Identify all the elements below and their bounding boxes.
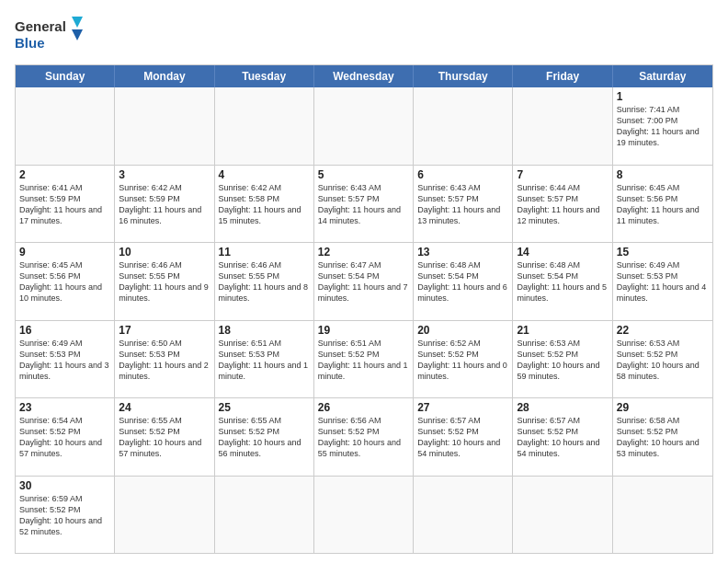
- day-number: 15: [617, 246, 709, 259]
- calendar-day-15: 15Sunrise: 6:49 AM Sunset: 5:53 PM Dayli…: [613, 243, 712, 320]
- day-info: Sunrise: 6:56 AM Sunset: 5:52 PM Dayligh…: [318, 415, 409, 460]
- day-info: Sunrise: 6:41 AM Sunset: 5:59 PM Dayligh…: [19, 182, 110, 227]
- svg-text:General: General: [15, 18, 66, 34]
- calendar-day-26: 26Sunrise: 6:56 AM Sunset: 5:52 PM Dayli…: [314, 398, 414, 476]
- calendar-day-3: 3Sunrise: 6:42 AM Sunset: 5:59 PM Daylig…: [115, 166, 214, 243]
- day-number: 16: [19, 324, 110, 337]
- day-of-week-wednesday: Wednesday: [314, 65, 414, 87]
- day-info: Sunrise: 6:55 AM Sunset: 5:52 PM Dayligh…: [219, 415, 310, 460]
- day-info: Sunrise: 6:44 AM Sunset: 5:57 PM Dayligh…: [517, 182, 608, 227]
- day-info: Sunrise: 6:43 AM Sunset: 5:57 PM Dayligh…: [417, 182, 508, 227]
- calendar-day-20: 20Sunrise: 6:52 AM Sunset: 5:52 PM Dayli…: [414, 321, 513, 398]
- day-info: Sunrise: 6:57 AM Sunset: 5:52 PM Dayligh…: [417, 415, 508, 460]
- day-number: 30: [19, 479, 110, 492]
- day-info: Sunrise: 6:57 AM Sunset: 5:52 PM Dayligh…: [517, 415, 608, 460]
- general-blue-logo: GeneralBlue: [15, 15, 88, 55]
- calendar-day-21: 21Sunrise: 6:53 AM Sunset: 5:52 PM Dayli…: [513, 321, 612, 398]
- page: GeneralBlue SundayMondayTuesdayWednesday…: [0, 0, 728, 563]
- calendar-day-9: 9Sunrise: 6:45 AM Sunset: 5:56 PM Daylig…: [16, 243, 115, 320]
- calendar-day-24: 24Sunrise: 6:55 AM Sunset: 5:52 PM Dayli…: [115, 398, 214, 476]
- calendar-day-6: 6Sunrise: 6:43 AM Sunset: 5:57 PM Daylig…: [414, 166, 513, 243]
- day-of-week-tuesday: Tuesday: [215, 65, 314, 87]
- day-number: 11: [219, 246, 310, 259]
- svg-marker-2: [72, 17, 83, 28]
- day-number: 17: [119, 324, 210, 337]
- calendar-day-23: 23Sunrise: 6:54 AM Sunset: 5:52 PM Dayli…: [16, 398, 115, 476]
- day-number: 20: [417, 324, 508, 337]
- calendar-day-18: 18Sunrise: 6:51 AM Sunset: 5:53 PM Dayli…: [215, 321, 314, 398]
- day-info: Sunrise: 6:48 AM Sunset: 5:54 PM Dayligh…: [517, 259, 608, 304]
- calendar-day-22: 22Sunrise: 6:53 AM Sunset: 5:52 PM Dayli…: [613, 321, 712, 398]
- calendar-day-empty: [115, 477, 214, 554]
- day-number: 6: [417, 168, 508, 181]
- calendar-row-1: 2Sunrise: 6:41 AM Sunset: 5:59 PM Daylig…: [16, 165, 712, 243]
- calendar-row-0: 1Sunrise: 7:41 AM Sunset: 7:00 PM Daylig…: [16, 87, 712, 165]
- calendar-day-11: 11Sunrise: 6:46 AM Sunset: 5:55 PM Dayli…: [215, 243, 314, 320]
- calendar-day-17: 17Sunrise: 6:50 AM Sunset: 5:53 PM Dayli…: [115, 321, 214, 398]
- day-number: 18: [219, 324, 310, 337]
- calendar-day-12: 12Sunrise: 6:47 AM Sunset: 5:54 PM Dayli…: [314, 243, 414, 320]
- day-number: 10: [119, 246, 210, 259]
- day-info: Sunrise: 6:58 AM Sunset: 5:52 PM Dayligh…: [617, 415, 709, 460]
- calendar-row-2: 9Sunrise: 6:45 AM Sunset: 5:56 PM Daylig…: [16, 242, 712, 320]
- day-number: 25: [219, 401, 310, 414]
- day-number: 12: [318, 246, 409, 259]
- day-of-week-sunday: Sunday: [16, 65, 115, 87]
- day-number: 23: [19, 401, 110, 414]
- calendar-day-empty: [314, 87, 414, 165]
- day-info: Sunrise: 6:52 AM Sunset: 5:52 PM Dayligh…: [417, 338, 508, 383]
- calendar-day-empty: [513, 477, 612, 554]
- day-info: Sunrise: 6:45 AM Sunset: 5:56 PM Dayligh…: [19, 259, 110, 304]
- calendar-day-2: 2Sunrise: 6:41 AM Sunset: 5:59 PM Daylig…: [16, 166, 115, 243]
- calendar-row-3: 16Sunrise: 6:49 AM Sunset: 5:53 PM Dayli…: [16, 320, 712, 398]
- day-info: Sunrise: 6:46 AM Sunset: 5:55 PM Dayligh…: [219, 259, 310, 304]
- day-info: Sunrise: 6:53 AM Sunset: 5:52 PM Dayligh…: [617, 338, 709, 383]
- calendar-day-14: 14Sunrise: 6:48 AM Sunset: 5:54 PM Dayli…: [513, 243, 612, 320]
- day-info: Sunrise: 6:46 AM Sunset: 5:55 PM Dayligh…: [119, 259, 210, 304]
- day-info: Sunrise: 7:41 AM Sunset: 7:00 PM Dayligh…: [617, 104, 709, 149]
- calendar-day-4: 4Sunrise: 6:42 AM Sunset: 5:58 PM Daylig…: [215, 166, 314, 243]
- day-number: 5: [318, 168, 409, 181]
- day-of-week-monday: Monday: [115, 65, 214, 87]
- day-info: Sunrise: 6:48 AM Sunset: 5:54 PM Dayligh…: [417, 259, 508, 304]
- day-info: Sunrise: 6:55 AM Sunset: 5:52 PM Dayligh…: [119, 415, 210, 460]
- day-number: 26: [318, 401, 409, 414]
- day-number: 3: [119, 168, 210, 181]
- day-number: 27: [417, 401, 508, 414]
- svg-marker-3: [72, 29, 83, 40]
- calendar-day-empty: [414, 477, 513, 554]
- calendar-header: SundayMondayTuesdayWednesdayThursdayFrid…: [16, 65, 712, 87]
- day-number: 13: [417, 246, 508, 259]
- day-number: 19: [318, 324, 409, 337]
- logo: GeneralBlue: [15, 15, 88, 55]
- calendar-day-empty: [16, 87, 115, 165]
- calendar-day-7: 7Sunrise: 6:44 AM Sunset: 5:57 PM Daylig…: [513, 166, 612, 243]
- calendar-row-5: 30Sunrise: 6:59 AM Sunset: 5:52 PM Dayli…: [16, 476, 712, 554]
- svg-text:Blue: Blue: [15, 35, 45, 51]
- calendar-day-empty: [314, 477, 414, 554]
- day-number: 21: [517, 324, 608, 337]
- calendar-day-8: 8Sunrise: 6:45 AM Sunset: 5:56 PM Daylig…: [613, 166, 712, 243]
- calendar-row-4: 23Sunrise: 6:54 AM Sunset: 5:52 PM Dayli…: [16, 397, 712, 476]
- calendar-day-16: 16Sunrise: 6:49 AM Sunset: 5:53 PM Dayli…: [16, 321, 115, 398]
- calendar-day-27: 27Sunrise: 6:57 AM Sunset: 5:52 PM Dayli…: [414, 398, 513, 476]
- day-number: 4: [219, 168, 310, 181]
- calendar-body: 1Sunrise: 7:41 AM Sunset: 7:00 PM Daylig…: [16, 87, 712, 553]
- calendar-day-19: 19Sunrise: 6:51 AM Sunset: 5:52 PM Dayli…: [314, 321, 414, 398]
- day-info: Sunrise: 6:53 AM Sunset: 5:52 PM Dayligh…: [517, 338, 608, 383]
- day-info: Sunrise: 6:51 AM Sunset: 5:52 PM Dayligh…: [318, 338, 409, 383]
- day-number: 9: [19, 246, 110, 259]
- day-of-week-thursday: Thursday: [414, 65, 513, 87]
- day-info: Sunrise: 6:42 AM Sunset: 5:58 PM Dayligh…: [219, 182, 310, 227]
- calendar-day-28: 28Sunrise: 6:57 AM Sunset: 5:52 PM Dayli…: [513, 398, 612, 476]
- day-of-week-saturday: Saturday: [613, 65, 712, 87]
- calendar-day-13: 13Sunrise: 6:48 AM Sunset: 5:54 PM Dayli…: [414, 243, 513, 320]
- day-number: 1: [617, 90, 709, 103]
- day-info: Sunrise: 6:47 AM Sunset: 5:54 PM Dayligh…: [318, 259, 409, 304]
- day-info: Sunrise: 6:54 AM Sunset: 5:52 PM Dayligh…: [19, 415, 110, 460]
- day-number: 8: [617, 168, 709, 181]
- day-number: 14: [517, 246, 608, 259]
- day-info: Sunrise: 6:49 AM Sunset: 5:53 PM Dayligh…: [19, 338, 110, 383]
- day-info: Sunrise: 6:50 AM Sunset: 5:53 PM Dayligh…: [119, 338, 210, 383]
- day-number: 22: [617, 324, 709, 337]
